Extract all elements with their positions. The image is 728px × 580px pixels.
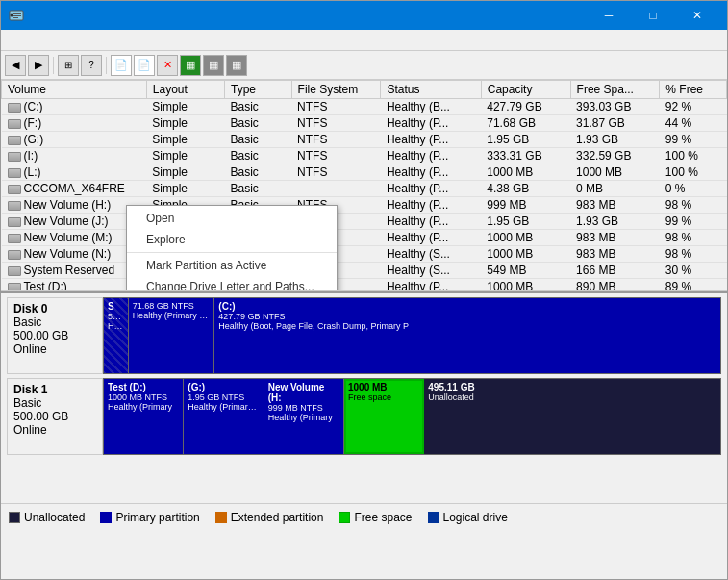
partition-0-2[interactable]: (C:)427.79 GB NTFSHealthy (Boot, Page Fi… — [214, 298, 720, 373]
cell-status: Healthy (P... — [381, 164, 481, 181]
legend-box — [339, 512, 350, 523]
partition-1-1[interactable]: (G:)1.95 GB NTFSHealthy (Primary P — [184, 379, 264, 454]
disk-type: Basic — [13, 396, 96, 410]
cell-status: Healthy (P... — [381, 197, 481, 214]
delete-button[interactable]: ✕ — [157, 55, 178, 76]
partition-0-1[interactable]: 71.68 GB NTFSHealthy (Primary Partition) — [129, 298, 215, 373]
title-bar-left — [9, 8, 30, 23]
cell-fs: NTFS — [291, 99, 381, 115]
toolbar-btn-8[interactable]: ▦ — [180, 55, 201, 76]
context-menu-item-mark-partition-as-active[interactable]: Mark Partition as Active — [127, 255, 337, 276]
partition-0-0[interactable]: S549 MB NTFSHealthy (System, Acti — [104, 298, 129, 373]
table-row[interactable]: Test (D:) Simple Basic NTFS Healthy (P..… — [2, 279, 727, 292]
cell-fs: NTFS — [291, 148, 381, 164]
main-area: Volume Layout Type File System Status Ca… — [1, 80, 727, 579]
cell-free: 1000 MB — [570, 164, 660, 181]
toolbar-btn-6[interactable]: 📄 — [134, 55, 155, 76]
col-status[interactable]: Status — [381, 81, 481, 99]
context-menu-item-open[interactable]: Open — [127, 208, 337, 229]
disk-label-1: Disk 1 Basic 500.00 GB Online — [7, 378, 103, 455]
cell-free: 1.93 GB — [570, 132, 660, 148]
cell-pct: 99 % — [660, 214, 727, 230]
col-type[interactable]: Type — [224, 81, 291, 99]
cell-type: Basic — [224, 132, 291, 148]
cell-volume: New Volume (M:) — [2, 230, 147, 246]
disk-map-scroll[interactable]: Disk 0 Basic 500.00 GB Online S549 MB NT… — [1, 293, 727, 503]
cell-capacity: 999 MB — [481, 197, 570, 214]
toolbar-btn-10[interactable]: ▦ — [226, 55, 247, 76]
cell-capacity: 1.95 GB — [481, 214, 570, 230]
table-row[interactable]: New Volume (M:) Simple Basic NTFS Health… — [2, 230, 727, 246]
disk-table-section: Volume Layout Type File System Status Ca… — [1, 80, 727, 291]
minimize-button[interactable]: ─ — [587, 1, 631, 30]
col-pct[interactable]: % Free — [660, 81, 727, 99]
toolbar-btn-9[interactable]: ▦ — [203, 55, 224, 76]
table-row[interactable]: New Volume (J:) Simple Basic NTFS Health… — [2, 214, 727, 230]
disk-partitions-1: Test (D:)1000 MB NTFSHealthy (Primary(G:… — [103, 378, 721, 455]
partition-1-4[interactable]: 495.11 GBUnallocated — [424, 379, 720, 454]
menu-file[interactable] — [5, 38, 20, 42]
table-row[interactable]: (C:) Simple Basic NTFS Healthy (B... 427… — [2, 99, 727, 115]
col-volume[interactable]: Volume — [2, 81, 147, 99]
close-button[interactable]: ✕ — [675, 1, 719, 30]
toolbar-btn-3[interactable]: ⊞ — [58, 55, 79, 76]
col-free[interactable]: Free Spa... — [570, 81, 660, 99]
col-capacity[interactable]: Capacity — [481, 81, 570, 99]
partition-1-0[interactable]: Test (D:)1000 MB NTFSHealthy (Primary — [104, 379, 184, 454]
cell-pct: 98 % — [660, 246, 727, 263]
toolbar-btn-4[interactable]: ? — [81, 55, 102, 76]
cell-capacity: 1.95 GB — [481, 132, 570, 148]
disk-type: Basic — [13, 315, 96, 329]
cell-pct: 98 % — [660, 197, 727, 214]
legend-item-primary-partition: Primary partition — [100, 511, 199, 524]
col-fs[interactable]: File System — [291, 81, 381, 99]
cell-status: Healthy (P... — [381, 230, 481, 246]
cell-layout: Simple — [146, 132, 224, 148]
cell-layout: Simple — [146, 115, 224, 132]
cell-capacity: 4.38 GB — [481, 181, 570, 197]
cell-status: Healthy (P... — [381, 279, 481, 292]
table-row[interactable]: CCCOMA_X64FRE Simple Basic Healthy (P...… — [2, 181, 727, 197]
legend-box — [215, 512, 227, 523]
cell-pct: 0 % — [660, 181, 727, 197]
partition-1-3[interactable]: 1000 MBFree space — [344, 379, 424, 454]
cell-status: Healthy (P... — [381, 181, 481, 197]
table-row[interactable]: System Reserved Simple Basic NTFS Health… — [2, 263, 727, 279]
title-bar-controls: ─ □ ✕ — [587, 1, 719, 30]
back-button[interactable]: ◀ — [5, 55, 26, 76]
partition-1-2[interactable]: New Volume (H:999 MB NTFSHealthy (Primar… — [264, 379, 344, 454]
legend-box — [100, 512, 112, 523]
menu-view[interactable] — [36, 38, 51, 42]
cell-status: Healthy (P... — [381, 148, 481, 164]
menu-help[interactable] — [51, 38, 66, 42]
cell-fs: NTFS — [291, 115, 381, 132]
cell-capacity: 333.31 GB — [481, 148, 570, 164]
forward-button[interactable]: ▶ — [28, 55, 49, 76]
col-layout[interactable]: Layout — [146, 81, 224, 99]
table-row[interactable]: (I:) Simple Basic NTFS Healthy (P... 333… — [2, 148, 727, 164]
toolbar-btn-5[interactable]: 📄 — [111, 55, 132, 76]
table-row[interactable]: (L:) Simple Basic NTFS Healthy (P... 100… — [2, 164, 727, 181]
table-row[interactable]: (G:) Simple Basic NTFS Healthy (P... 1.9… — [2, 132, 727, 148]
cell-type: Basic — [224, 99, 291, 115]
disk-mgmt-icon — [9, 8, 24, 23]
cell-volume: CCCOMA_X64FRE — [2, 181, 147, 197]
cell-free: 332.59 GB — [570, 148, 660, 164]
main-window: ─ □ ✕ ◀ ▶ ⊞ ? 📄 📄 ✕ ▦ ▦ ▦ Volume — [0, 0, 728, 580]
cell-volume: (C:) — [2, 99, 147, 115]
cell-volume: New Volume (J:) — [2, 214, 147, 230]
legend-label: Extended partition — [231, 511, 324, 524]
cell-pct: 99 % — [660, 132, 727, 148]
menu-action[interactable] — [20, 38, 36, 42]
disk-status: Online — [13, 342, 96, 356]
table-row[interactable]: New Volume (N:) Simple Basic NTFS Health… — [2, 246, 727, 263]
cell-volume: (G:) — [2, 132, 147, 148]
legend-item-logical-drive: Logical drive — [428, 511, 508, 524]
table-row[interactable]: (F:) Simple Basic NTFS Healthy (P... 71.… — [2, 115, 727, 132]
context-menu-item-change-drive-letter-and-paths---[interactable]: Change Drive Letter and Paths... — [127, 276, 337, 291]
maximize-button[interactable]: □ — [631, 1, 675, 30]
cell-layout: Simple — [146, 181, 224, 197]
context-menu-item-explore[interactable]: Explore — [127, 229, 337, 250]
table-row[interactable]: New Volume (H:) Simple Basic NTFS Health… — [2, 197, 727, 214]
cell-pct: 100 % — [660, 148, 727, 164]
